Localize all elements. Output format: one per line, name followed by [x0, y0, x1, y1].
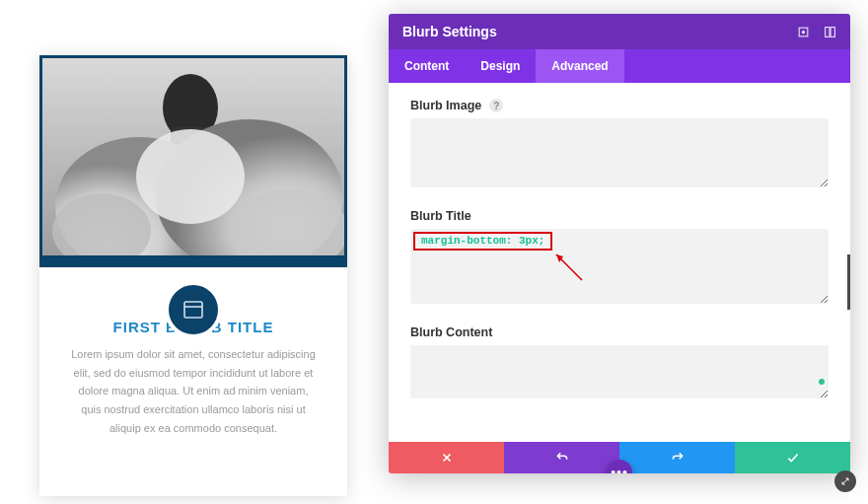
ellipsis-icon: •••	[611, 465, 628, 473]
check-icon	[786, 451, 800, 465]
blurb-image	[42, 58, 344, 255]
expand-icon[interactable]	[824, 26, 836, 38]
field-label-image-text: Blurb Image	[410, 99, 481, 112]
tab-advanced[interactable]: Advanced	[536, 49, 623, 83]
svg-rect-12	[826, 27, 830, 36]
scrollbar-thumb[interactable]	[847, 254, 850, 310]
panel-tabs: Content Design Advanced	[389, 49, 850, 83]
tab-design[interactable]: Design	[465, 49, 536, 83]
blurb-title-input[interactable]	[410, 229, 829, 304]
blurb-description: Lorem ipsum dolor sit amet, consectetur …	[67, 345, 320, 437]
settings-panel: Blurb Settings Content Design Advanced B…	[389, 14, 850, 473]
tab-content[interactable]: Content	[389, 49, 465, 83]
svg-point-11	[802, 31, 804, 33]
undo-icon	[555, 451, 569, 465]
field-label-title: Blurb Title	[410, 209, 829, 223]
window-icon	[165, 281, 222, 338]
undo-button[interactable]	[504, 442, 619, 473]
panel-content: Blurb Image ? Blurb Title margin-bottom:…	[389, 83, 850, 442]
svg-line-18	[842, 478, 848, 484]
status-dot	[819, 379, 825, 385]
field-label-image: Blurb Image ?	[410, 99, 829, 112]
snap-icon[interactable]	[797, 26, 810, 38]
save-button[interactable]	[735, 442, 850, 473]
redo-icon	[671, 451, 685, 465]
close-icon	[440, 451, 454, 465]
svg-rect-8	[184, 302, 202, 318]
blurb-content-input[interactable]	[410, 345, 829, 398]
resize-icon	[839, 475, 851, 487]
blurb-accent-band	[39, 255, 347, 267]
svg-rect-13	[831, 27, 834, 36]
cancel-button[interactable]	[389, 442, 504, 473]
blurb-card: FIRST BLURB TITLE Lorem ipsum dolor sit …	[39, 55, 347, 496]
panel-title: Blurb Settings	[402, 24, 497, 39]
resize-handle[interactable]	[834, 470, 856, 492]
field-label-content-text: Blurb Content	[410, 325, 492, 339]
svg-point-5	[136, 129, 245, 224]
blurb-image-input[interactable]	[410, 118, 829, 187]
redo-button[interactable]	[619, 442, 735, 473]
blurb-image-frame	[39, 55, 347, 255]
panel-header[interactable]: Blurb Settings	[389, 14, 850, 49]
field-label-content: Blurb Content	[410, 325, 829, 339]
field-label-title-text: Blurb Title	[410, 209, 471, 223]
help-icon[interactable]: ?	[489, 99, 503, 112]
